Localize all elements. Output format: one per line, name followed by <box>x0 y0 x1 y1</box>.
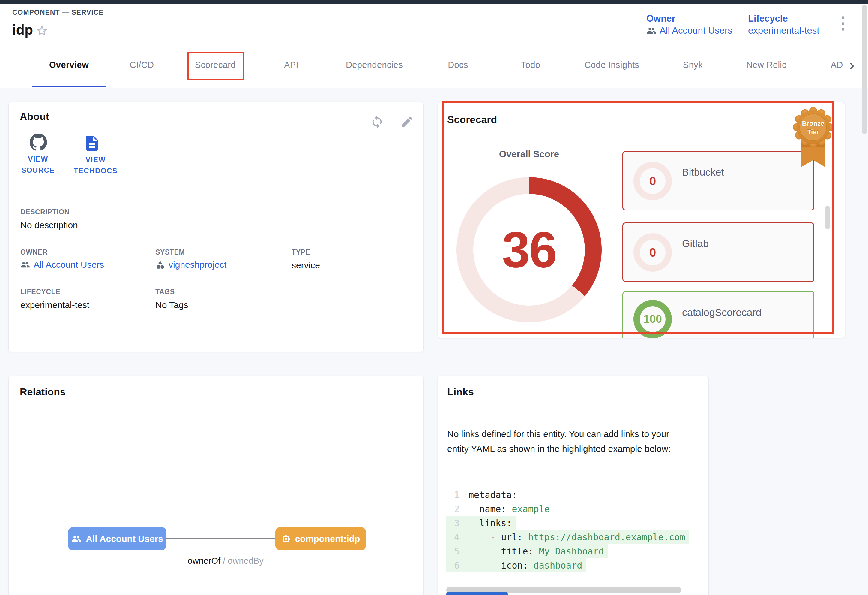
code-line-highlighted: 6 icon: dashboard <box>446 558 586 573</box>
scorecard-scrollbar-thumb[interactable] <box>825 206 830 229</box>
about-card: About VIEW SOURCE VIEW TECHDOCS DESCRIPT… <box>8 102 424 352</box>
scorecard-item-gitlab[interactable]: 0 Gitlab <box>622 222 814 282</box>
score-value: 100 <box>644 313 662 326</box>
header-owner-label: Owner <box>647 13 675 24</box>
relation-source-label: All Account Users <box>86 534 163 544</box>
about-card-title: About <box>20 111 49 123</box>
links-empty-message: No links defined for this entity. You ca… <box>447 426 681 456</box>
lifecycle-value: experimental-test <box>21 300 89 310</box>
chip-memory-icon <box>281 534 291 544</box>
overall-score-gauge: 36 <box>456 177 602 323</box>
tab-overflow-cut[interactable]: AD <box>831 60 843 70</box>
relations-card-title: Relations <box>20 386 66 398</box>
owner-value[interactable]: All Account Users <box>21 260 104 270</box>
tab-dependencies[interactable]: Dependencies <box>346 60 403 70</box>
relation-edge-label: ownerOf / ownedBy <box>167 546 275 576</box>
edge-reverse-label: ownedBy <box>228 556 263 565</box>
relation-target-label: component:idp <box>295 534 360 544</box>
header-lifecycle-value: experimental-test <box>748 25 819 36</box>
scorecard-card: Scorecard Overall Score 36 0 Bitbucket 0… <box>438 102 845 338</box>
active-tab-indicator <box>32 86 106 87</box>
links-card-title: Links <box>447 386 474 398</box>
view-techdocs-link[interactable]: VIEW TECHDOCS <box>72 154 120 176</box>
scorecard-item-name: Bitbucket <box>682 166 724 178</box>
header-owner-value[interactable]: All Account Users <box>647 25 732 36</box>
lifecycle-label: LIFECYCLE <box>21 288 60 296</box>
scorecard-item-catalogscorecard[interactable]: 100 catalogScorecard <box>622 291 814 338</box>
edge-forward-label: ownerOf <box>188 556 221 565</box>
favorite-star-icon[interactable] <box>35 24 49 37</box>
yaml-code-block: 1metadata: 2 name: example 3 links: 4 - … <box>446 488 701 587</box>
overall-score-value: 36 <box>502 221 557 279</box>
tabs-scroll-right-chevron-icon[interactable] <box>845 59 858 73</box>
owner-link-text[interactable]: All Account Users <box>34 260 104 270</box>
edge-separator: / <box>220 556 228 565</box>
tab-overview[interactable]: Overview <box>49 60 89 70</box>
tags-label: TAGS <box>155 288 175 296</box>
view-source-link[interactable]: VIEW SOURCE <box>20 153 56 176</box>
tab-snyk[interactable]: Snyk <box>683 60 703 70</box>
page-title: idp <box>12 22 33 38</box>
refresh-icon[interactable] <box>370 115 384 129</box>
code-line: 2 name: example <box>446 502 554 516</box>
people-icon <box>647 25 657 36</box>
system-value[interactable]: vigneshproject <box>155 260 226 270</box>
description-label: DESCRIPTION <box>21 208 69 216</box>
links-card: Links No links defined for this entity. … <box>438 376 709 595</box>
top-window-bar <box>0 0 868 4</box>
code-line-highlighted: 5 title: My Dashboard <box>446 544 608 558</box>
system-link-text[interactable]: vigneshproject <box>168 260 226 270</box>
system-category-icon <box>155 260 165 269</box>
scorecard-item-bitbucket[interactable]: 0 Bitbucket <box>622 151 814 210</box>
breadcrumb: COMPONENT — SERVICE <box>12 8 104 16</box>
more-options-kebab-icon[interactable] <box>840 16 846 31</box>
badge-line1: Bronze <box>802 120 825 127</box>
cut-off-blue-button[interactable] <box>446 592 508 595</box>
overall-score-label: Overall Score <box>469 149 589 160</box>
bronze-tier-badge: Bronze Tier <box>788 105 838 177</box>
relation-target-chip[interactable]: component:idp <box>275 527 366 550</box>
score-value: 0 <box>650 246 656 259</box>
tab-scorecard[interactable]: Scorecard <box>195 60 236 70</box>
tab-code-insights[interactable]: Code Insights <box>585 60 639 70</box>
code-line-highlighted: 4 - url: https://dashboard.example.com <box>446 530 689 544</box>
type-value: service <box>292 260 320 271</box>
scorecard-card-title: Scorecard <box>447 114 497 126</box>
tab-docs[interactable]: Docs <box>448 60 468 70</box>
code-line-highlighted: 3 links: <box>446 516 516 530</box>
owner-label: OWNER <box>21 248 48 256</box>
tags-value: No Tags <box>155 300 188 310</box>
github-icon[interactable] <box>30 133 47 151</box>
code-line: 1metadata: <box>446 488 521 502</box>
scorecard-item-name: catalogScorecard <box>682 306 762 318</box>
people-icon <box>21 260 30 269</box>
tab-cicd[interactable]: CI/CD <box>130 60 154 70</box>
type-label: TYPE <box>292 248 310 256</box>
tab-api[interactable]: API <box>284 60 298 70</box>
relation-edge-line <box>167 538 275 539</box>
header-owner-link[interactable]: All Account Users <box>660 25 732 36</box>
relation-source-chip[interactable]: All Account Users <box>68 527 167 550</box>
header-lifecycle-label: Lifecycle <box>748 13 788 24</box>
system-label: SYSTEM <box>155 248 185 256</box>
tab-todo[interactable]: Todo <box>521 60 540 70</box>
techdocs-document-icon[interactable] <box>83 134 101 152</box>
badge-line2: Tier <box>807 128 819 136</box>
tab-new-relic[interactable]: New Relic <box>746 60 787 70</box>
description-value: No description <box>21 220 78 230</box>
scorecard-item-name: Gitlab <box>682 238 709 249</box>
page-scrollbar-thumb[interactable] <box>862 5 867 134</box>
relations-card: Relations All Account Users component:id… <box>8 376 424 595</box>
header-divider <box>0 44 868 44</box>
edit-pencil-icon[interactable] <box>400 115 414 129</box>
people-icon <box>71 534 81 544</box>
score-value: 0 <box>650 175 656 188</box>
